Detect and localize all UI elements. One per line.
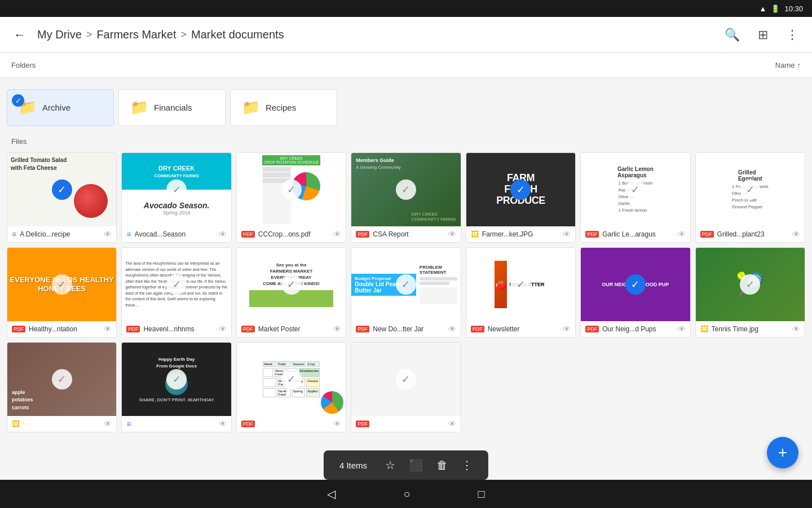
folder-recipes[interactable]: 📁 Recipes	[230, 89, 337, 126]
file-item-cccrop[interactable]: DRY CREEKCROP ROTATION SCHEDULE ✓ PDF CC…	[236, 152, 346, 243]
more-options-icon[interactable]: ⋮	[782, 23, 803, 47]
file-thumb-crop: ✓	[351, 343, 460, 416]
folder-financials[interactable]: 📁 Financials	[118, 89, 226, 126]
file-info-farm: 🖼 Farmer...ket.JPG 👁	[466, 226, 575, 242]
file-check-garlic: ✓	[625, 179, 646, 200]
img-icon-veggies: 🖼	[12, 419, 20, 428]
file-item-newdo[interactable]: Budget Proposal Double Lid Peanut Butter…	[351, 247, 461, 338]
file-thumb-heaven: The land of the Houyhnhnms can be interp…	[122, 248, 231, 321]
breadcrumb-my-drive[interactable]: My Drive	[37, 28, 82, 41]
file-name-farm: Farmer...ket.JPG	[482, 230, 559, 238]
breadcrumb-farmers-market[interactable]: Farmers Market	[96, 28, 176, 41]
pdf-icon-newdo: PDF	[356, 326, 369, 332]
file-check-farm: ✓	[510, 179, 531, 200]
file-item-newsletter[interactable]: 🍅 NEWSLETTER ✓ PDF Newsletter 👁	[466, 247, 576, 338]
more-action-icon[interactable]: ⋮	[461, 458, 473, 472]
file-item-garlic[interactable]: Garlic LemonAsparagus 1 Bunch of FreshAs…	[580, 152, 690, 243]
file-check-crop: ✓	[396, 369, 416, 389]
file-item-heaven[interactable]: The land of the Houyhnhnms can be interp…	[121, 247, 231, 338]
folders-row: ✓ 📁 Archive 📁 Financials 📁 Recipes	[0, 82, 812, 133]
file-thumb-market: See you at theFARMERS MARKETEVERY SATURD…	[237, 248, 346, 321]
file-name-eggplant: Grilled...plant23	[717, 230, 789, 238]
eye-icon-cccrop: 👁	[333, 230, 341, 239]
folder-check-icon: ✓	[12, 94, 24, 107]
eye-icon-veggies: 👁	[104, 419, 112, 428]
file-check-csa: ✓	[396, 179, 416, 200]
file-thumb-newdo: Budget Proposal Double Lid Peanut Butter…	[351, 248, 460, 321]
folder-icon-financials: 📁	[130, 99, 148, 116]
nav-actions: 🔍 ⊞ ⋮	[720, 23, 803, 47]
file-info-veggies: 🖼 👁	[7, 416, 116, 432]
system-recent-icon[interactable]: □	[478, 488, 485, 501]
file-item-farm[interactable]: FARMFRESHPRODUCE ✓ 🖼 Farmer...ket.JPG 👁	[466, 152, 576, 243]
move-action-icon[interactable]: ⬛	[409, 458, 423, 472]
sort-arrow-icon: ↑	[797, 61, 801, 69]
file-item-earth[interactable]: Happy Earth DayFrom Google Docs SHARE, D…	[121, 342, 231, 432]
file-item-eggplant[interactable]: GrilledEggplant 1 Fresh EggplantsOlive o…	[695, 152, 805, 243]
eye-icon-heaven: 👁	[219, 325, 227, 334]
top-nav: ← My Drive > Farmers Market > Market doc…	[0, 17, 812, 53]
file-item-crop[interactable]: ✓ PDF 👁	[351, 342, 461, 432]
eye-icon-earth: 👁	[219, 419, 227, 428]
fab-add-button[interactable]: +	[767, 437, 798, 468]
file-thumb-eggplant: GrilledEggplant 1 Fresh EggplantsOlive o…	[696, 153, 805, 226]
battery-icon: 🔋	[771, 5, 780, 13]
file-name-tennis: Tennis Time.jpg	[712, 325, 789, 333]
file-item-avocado[interactable]: DRY CREEKCOMMUNITY FARMS Avocado Season.…	[121, 152, 231, 243]
file-name-market: Market Poster	[258, 325, 330, 333]
file-item-veggies[interactable]: applepotatoescarrots ✓ 🖼 👁	[7, 342, 117, 432]
file-thumb-cccrop: DRY CREEKCROP ROTATION SCHEDULE ✓	[237, 153, 346, 226]
folder-archive[interactable]: ✓ 📁 Archive	[7, 89, 114, 126]
file-info-market: PDF Market Poster 👁	[237, 321, 346, 337]
file-check-earth: ✓	[166, 369, 187, 389]
breadcrumb-current[interactable]: Market documents	[191, 28, 284, 41]
pdf-icon-sheet: PDF	[241, 421, 255, 427]
eye-icon-neigh: 👁	[678, 325, 686, 334]
pdf-icon-crop: PDF	[356, 421, 369, 427]
search-icon[interactable]: 🔍	[720, 23, 744, 47]
file-item-tennis[interactable]: 🎾 ✓ 🖼 Tennis Time.jpg 👁	[695, 247, 805, 338]
file-info-earth: ≡ 👁	[122, 416, 231, 432]
file-item-sheet[interactable]: Week Field Season Crop West Field Spring…	[236, 342, 346, 432]
folder-name-recipes: Recipes	[266, 103, 296, 112]
file-check-avocado: ✓	[166, 179, 187, 200]
files-grid: Grilled Tomato Saladwith Feta Cheese ✓ ≡…	[0, 148, 812, 437]
file-thumb-sheet: Week Field Season Crop West Field Spring…	[237, 343, 346, 416]
folder-name-archive: Archive	[42, 103, 70, 112]
back-button[interactable]: ←	[9, 23, 30, 47]
file-check-heaven: ✓	[166, 274, 187, 295]
eye-icon-tomato: 👁	[104, 230, 112, 239]
eye-icon-farm: 👁	[563, 230, 571, 239]
pdf-icon-eggplant: PDF	[700, 231, 714, 238]
file-name-honey: Healthy...ntation	[29, 325, 100, 333]
system-back-icon[interactable]: ◁	[327, 487, 336, 501]
doc-icon-avocado: ≡	[126, 230, 131, 239]
sort-name-control[interactable]: Name ↑	[775, 61, 801, 69]
system-home-icon[interactable]: ○	[403, 488, 410, 501]
doc-icon: ≡	[12, 230, 16, 239]
file-check-market: ✓	[281, 274, 302, 295]
file-thumb-garlic: Garlic LemonAsparagus 1 Bunch of FreshAs…	[581, 153, 690, 226]
folders-label: Folders	[11, 61, 36, 69]
file-item-tomato[interactable]: Grilled Tomato Saladwith Feta Cheese ✓ ≡…	[7, 152, 117, 243]
file-info-tomato: ≡ A Delicio...recipe 👁	[7, 226, 116, 242]
file-item-market[interactable]: See you at theFARMERS MARKETEVERY SATURD…	[236, 247, 346, 338]
file-info-avocado: ≡ Avocad...Season 👁	[122, 226, 231, 242]
grid-view-icon[interactable]: ⊞	[753, 23, 773, 47]
file-item-csa[interactable]: Members Guide A Growing Community DRY CR…	[351, 152, 461, 243]
star-action-icon[interactable]: ☆	[385, 458, 395, 472]
file-thumb-neigh: OUR NEIGHBORHOOD PUP ✓	[581, 248, 690, 321]
file-name-heaven: Heavenl...nhnms	[143, 325, 215, 333]
eye-icon-sheet: 👁	[333, 419, 341, 428]
delete-action-icon[interactable]: 🗑	[436, 459, 448, 472]
file-thumb-farm: FARMFRESHPRODUCE ✓	[466, 153, 575, 226]
file-item-neigh[interactable]: OUR NEIGHBORHOOD PUP ✓ PDF Our Neig...d …	[580, 247, 690, 338]
file-info-newdo: PDF New Do...tter Jar 👁	[351, 321, 460, 337]
eye-icon-tennis: 👁	[792, 325, 800, 334]
eye-icon-market: 👁	[333, 325, 341, 334]
file-check-cccrop: ✓	[281, 179, 302, 200]
file-item-honey[interactable]: EVERYONE NEEDS HEALTHYHONEY BEES ✓ PDF H…	[7, 247, 117, 338]
file-info-garlic: PDF Garlic Le...aragus 👁	[581, 226, 690, 242]
file-info-newsletter: PDF Newsletter 👁	[466, 321, 575, 337]
files-section-label: Files	[0, 133, 812, 148]
